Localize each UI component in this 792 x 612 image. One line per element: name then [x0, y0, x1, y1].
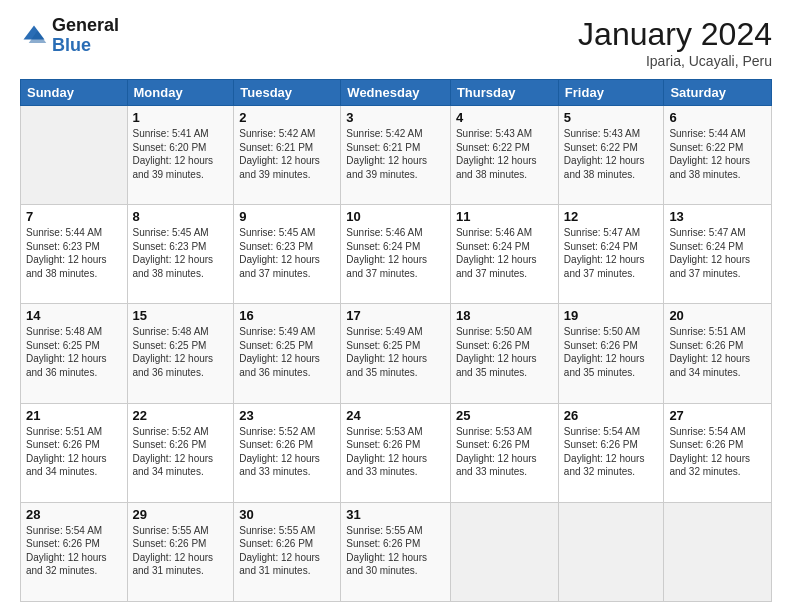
day-cell: 23Sunrise: 5:52 AMSunset: 6:26 PMDayligh… — [234, 403, 341, 502]
day-info: Sunrise: 5:46 AMSunset: 6:24 PMDaylight:… — [346, 226, 445, 280]
day-cell: 15Sunrise: 5:48 AMSunset: 6:25 PMDayligh… — [127, 304, 234, 403]
day-cell: 9Sunrise: 5:45 AMSunset: 6:23 PMDaylight… — [234, 205, 341, 304]
day-info: Sunrise: 5:50 AMSunset: 6:26 PMDaylight:… — [564, 325, 659, 379]
day-info: Sunrise: 5:46 AMSunset: 6:24 PMDaylight:… — [456, 226, 553, 280]
day-number: 6 — [669, 110, 766, 125]
day-number: 15 — [133, 308, 229, 323]
day-info: Sunrise: 5:47 AMSunset: 6:24 PMDaylight:… — [669, 226, 766, 280]
page: General Blue January 2024 Iparia, Ucayal… — [0, 0, 792, 612]
day-cell: 27Sunrise: 5:54 AMSunset: 6:26 PMDayligh… — [664, 403, 772, 502]
day-info: Sunrise: 5:48 AMSunset: 6:25 PMDaylight:… — [133, 325, 229, 379]
week-row-1: 1Sunrise: 5:41 AMSunset: 6:20 PMDaylight… — [21, 106, 772, 205]
day-number: 17 — [346, 308, 445, 323]
day-number: 12 — [564, 209, 659, 224]
day-info: Sunrise: 5:45 AMSunset: 6:23 PMDaylight:… — [239, 226, 335, 280]
day-number: 21 — [26, 408, 122, 423]
day-cell: 3Sunrise: 5:42 AMSunset: 6:21 PMDaylight… — [341, 106, 451, 205]
day-number: 29 — [133, 507, 229, 522]
day-number: 30 — [239, 507, 335, 522]
day-number: 23 — [239, 408, 335, 423]
title-block: January 2024 Iparia, Ucayali, Peru — [578, 16, 772, 69]
logo-icon — [20, 22, 48, 50]
day-info: Sunrise: 5:47 AMSunset: 6:24 PMDaylight:… — [564, 226, 659, 280]
day-info: Sunrise: 5:42 AMSunset: 6:21 PMDaylight:… — [239, 127, 335, 181]
day-number: 20 — [669, 308, 766, 323]
day-number: 28 — [26, 507, 122, 522]
day-number: 2 — [239, 110, 335, 125]
week-row-3: 14Sunrise: 5:48 AMSunset: 6:25 PMDayligh… — [21, 304, 772, 403]
day-info: Sunrise: 5:45 AMSunset: 6:23 PMDaylight:… — [133, 226, 229, 280]
header-row: SundayMondayTuesdayWednesdayThursdayFrid… — [21, 80, 772, 106]
day-cell: 30Sunrise: 5:55 AMSunset: 6:26 PMDayligh… — [234, 502, 341, 601]
day-cell: 29Sunrise: 5:55 AMSunset: 6:26 PMDayligh… — [127, 502, 234, 601]
day-number: 5 — [564, 110, 659, 125]
week-row-5: 28Sunrise: 5:54 AMSunset: 6:26 PMDayligh… — [21, 502, 772, 601]
day-number: 18 — [456, 308, 553, 323]
day-cell: 21Sunrise: 5:51 AMSunset: 6:26 PMDayligh… — [21, 403, 128, 502]
day-info: Sunrise: 5:44 AMSunset: 6:23 PMDaylight:… — [26, 226, 122, 280]
day-cell: 18Sunrise: 5:50 AMSunset: 6:26 PMDayligh… — [450, 304, 558, 403]
day-cell: 25Sunrise: 5:53 AMSunset: 6:26 PMDayligh… — [450, 403, 558, 502]
day-info: Sunrise: 5:49 AMSunset: 6:25 PMDaylight:… — [346, 325, 445, 379]
day-number: 14 — [26, 308, 122, 323]
day-cell: 2Sunrise: 5:42 AMSunset: 6:21 PMDaylight… — [234, 106, 341, 205]
day-cell — [21, 106, 128, 205]
day-number: 9 — [239, 209, 335, 224]
day-cell: 24Sunrise: 5:53 AMSunset: 6:26 PMDayligh… — [341, 403, 451, 502]
col-header-tuesday: Tuesday — [234, 80, 341, 106]
day-info: Sunrise: 5:50 AMSunset: 6:26 PMDaylight:… — [456, 325, 553, 379]
day-cell: 31Sunrise: 5:55 AMSunset: 6:26 PMDayligh… — [341, 502, 451, 601]
month-year: January 2024 — [578, 16, 772, 53]
day-info: Sunrise: 5:52 AMSunset: 6:26 PMDaylight:… — [133, 425, 229, 479]
day-info: Sunrise: 5:51 AMSunset: 6:26 PMDaylight:… — [26, 425, 122, 479]
col-header-sunday: Sunday — [21, 80, 128, 106]
header: General Blue January 2024 Iparia, Ucayal… — [20, 16, 772, 69]
day-number: 1 — [133, 110, 229, 125]
logo-general-text: General — [52, 16, 119, 36]
col-header-thursday: Thursday — [450, 80, 558, 106]
day-number: 19 — [564, 308, 659, 323]
day-number: 7 — [26, 209, 122, 224]
day-info: Sunrise: 5:44 AMSunset: 6:22 PMDaylight:… — [669, 127, 766, 181]
day-info: Sunrise: 5:41 AMSunset: 6:20 PMDaylight:… — [133, 127, 229, 181]
day-info: Sunrise: 5:53 AMSunset: 6:26 PMDaylight:… — [456, 425, 553, 479]
day-number: 26 — [564, 408, 659, 423]
day-number: 3 — [346, 110, 445, 125]
day-info: Sunrise: 5:52 AMSunset: 6:26 PMDaylight:… — [239, 425, 335, 479]
day-cell: 5Sunrise: 5:43 AMSunset: 6:22 PMDaylight… — [558, 106, 664, 205]
day-number: 24 — [346, 408, 445, 423]
logo-text: General Blue — [52, 16, 119, 56]
day-cell: 22Sunrise: 5:52 AMSunset: 6:26 PMDayligh… — [127, 403, 234, 502]
day-number: 4 — [456, 110, 553, 125]
day-number: 22 — [133, 408, 229, 423]
day-number: 10 — [346, 209, 445, 224]
day-info: Sunrise: 5:51 AMSunset: 6:26 PMDaylight:… — [669, 325, 766, 379]
day-number: 16 — [239, 308, 335, 323]
day-cell: 10Sunrise: 5:46 AMSunset: 6:24 PMDayligh… — [341, 205, 451, 304]
day-cell — [558, 502, 664, 601]
day-number: 8 — [133, 209, 229, 224]
day-cell: 13Sunrise: 5:47 AMSunset: 6:24 PMDayligh… — [664, 205, 772, 304]
day-number: 25 — [456, 408, 553, 423]
logo: General Blue — [20, 16, 119, 56]
day-info: Sunrise: 5:42 AMSunset: 6:21 PMDaylight:… — [346, 127, 445, 181]
day-cell: 12Sunrise: 5:47 AMSunset: 6:24 PMDayligh… — [558, 205, 664, 304]
day-cell: 11Sunrise: 5:46 AMSunset: 6:24 PMDayligh… — [450, 205, 558, 304]
day-cell: 17Sunrise: 5:49 AMSunset: 6:25 PMDayligh… — [341, 304, 451, 403]
day-cell: 28Sunrise: 5:54 AMSunset: 6:26 PMDayligh… — [21, 502, 128, 601]
day-cell: 1Sunrise: 5:41 AMSunset: 6:20 PMDaylight… — [127, 106, 234, 205]
day-cell: 6Sunrise: 5:44 AMSunset: 6:22 PMDaylight… — [664, 106, 772, 205]
day-number: 27 — [669, 408, 766, 423]
col-header-wednesday: Wednesday — [341, 80, 451, 106]
day-cell: 16Sunrise: 5:49 AMSunset: 6:25 PMDayligh… — [234, 304, 341, 403]
day-number: 31 — [346, 507, 445, 522]
location: Iparia, Ucayali, Peru — [578, 53, 772, 69]
day-cell: 4Sunrise: 5:43 AMSunset: 6:22 PMDaylight… — [450, 106, 558, 205]
day-info: Sunrise: 5:53 AMSunset: 6:26 PMDaylight:… — [346, 425, 445, 479]
day-info: Sunrise: 5:48 AMSunset: 6:25 PMDaylight:… — [26, 325, 122, 379]
day-cell — [450, 502, 558, 601]
day-cell: 7Sunrise: 5:44 AMSunset: 6:23 PMDaylight… — [21, 205, 128, 304]
day-cell: 14Sunrise: 5:48 AMSunset: 6:25 PMDayligh… — [21, 304, 128, 403]
day-info: Sunrise: 5:43 AMSunset: 6:22 PMDaylight:… — [564, 127, 659, 181]
day-info: Sunrise: 5:55 AMSunset: 6:26 PMDaylight:… — [133, 524, 229, 578]
